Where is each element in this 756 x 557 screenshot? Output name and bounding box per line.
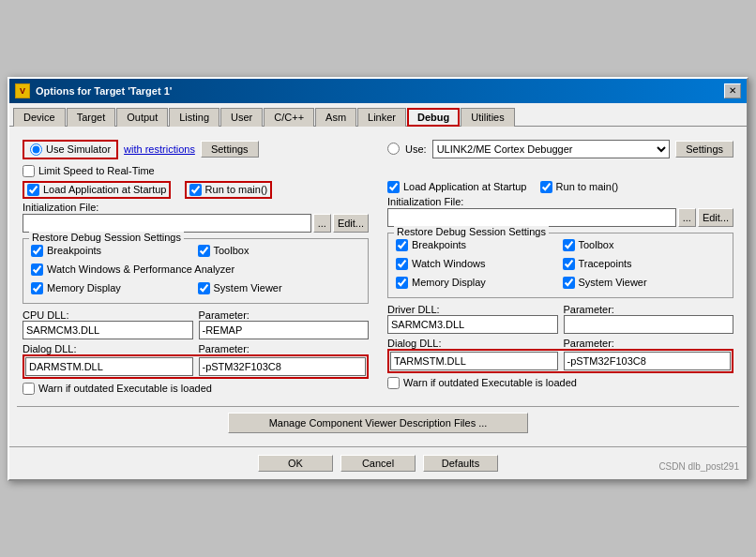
manage-btn-row: Manage Component Viewer Description File… — [17, 413, 739, 433]
watch-windows-row-right: Watch Windows — [396, 258, 559, 270]
tab-cpp[interactable]: C/C++ — [264, 108, 314, 127]
tracepoints-checkbox[interactable] — [563, 258, 575, 270]
dialog-dll-input-left[interactable] — [25, 357, 193, 376]
init-file-browse-button[interactable]: ... — [313, 214, 331, 233]
warn-checkbox-right[interactable] — [387, 377, 400, 389]
run-to-main-checkbox[interactable] — [189, 184, 202, 196]
driver-param-input[interactable] — [564, 315, 734, 334]
simulator-label: Use Simulator — [46, 143, 111, 155]
dialog-dll-labels-right: Dialog DLL: Parameter: — [387, 338, 733, 349]
init-file-input[interactable] — [23, 214, 311, 233]
watch-windows-checkbox-right[interactable] — [396, 258, 408, 270]
run-to-main-checkbox-right[interactable] — [540, 181, 552, 193]
dialog-param-input-right[interactable] — [564, 352, 732, 370]
watermark: CSDN dlb_post291 — [658, 461, 739, 472]
driver-dll-input[interactable] — [387, 315, 558, 334]
options-dialog: V Options for Target 'Target 1' ✕ Device… — [8, 77, 748, 481]
init-file-input-row: ... Edit... — [23, 214, 369, 233]
toolbox-row: Toolbox — [198, 245, 361, 257]
cpu-dll-label: CPU DLL: — [23, 309, 193, 321]
tab-debug[interactable]: Debug — [407, 108, 460, 127]
cpu-dll-input[interactable] — [23, 321, 193, 339]
tab-device[interactable]: Device — [13, 108, 66, 127]
restore-label-left: Restore Debug Session Settings — [29, 232, 184, 243]
cpu-dll-inputs — [23, 321, 369, 339]
load-app-label: Load Application at Startup — [43, 184, 166, 195]
bottom-bar: OK Cancel Defaults — [9, 446, 747, 479]
load-app-row-right: Load Application at Startup Run to main(… — [387, 181, 733, 193]
simulator-radio[interactable] — [30, 143, 42, 156]
warn-label-right: Warn if outdated Executable is loaded — [403, 377, 577, 388]
watch-windows-checkbox[interactable] — [31, 263, 43, 276]
tab-output[interactable]: Output — [116, 108, 168, 127]
driver-param-label: Parameter: — [564, 304, 734, 315]
load-app-highlight: Load Application at Startup — [23, 181, 171, 199]
with-restrictions-link[interactable]: with restrictions — [124, 143, 195, 155]
close-button[interactable]: ✕ — [724, 83, 741, 98]
run-to-main-label: Run to main() — [205, 184, 268, 195]
warn-checkbox-left[interactable] — [23, 383, 35, 395]
memory-display-row-right: Memory Display — [396, 277, 559, 289]
init-file-row: Initialization File: ... Edit... — [23, 202, 369, 233]
ok-button[interactable]: OK — [258, 455, 333, 472]
load-app-checkbox[interactable] — [27, 184, 39, 196]
simulator-settings-button[interactable]: Settings — [201, 141, 259, 158]
dialog-dll-labels-left: Dialog DLL: Parameter: — [23, 343, 369, 354]
init-file-edit-button[interactable]: Edit... — [333, 214, 369, 233]
manage-button[interactable]: Manage Component Viewer Description File… — [228, 413, 528, 433]
dialog-dll-label-right: Dialog DLL: — [387, 338, 558, 349]
dialog-param-label-right: Parameter: — [564, 338, 734, 349]
tab-utilities[interactable]: Utilities — [461, 108, 514, 127]
limit-speed-row: Limit Speed to Real-Time — [23, 165, 369, 177]
restore-group-left: Restore Debug Session Settings Breakpoin… — [23, 238, 369, 304]
left-panel: Use Simulator with restrictions Settings… — [17, 134, 374, 400]
dialog-param-input-left[interactable] — [199, 357, 367, 376]
use-select[interactable]: ULINK2/ME Cortex Debugger — [432, 140, 671, 158]
tab-user[interactable]: User — [220, 108, 263, 127]
toolbox-checkbox[interactable] — [198, 245, 210, 257]
tab-asm[interactable]: Asm — [315, 108, 356, 127]
init-file-row-right: Initialization File: ... Edit... — [387, 196, 733, 227]
use-settings-button[interactable]: Settings — [675, 141, 733, 158]
tab-listing[interactable]: Listing — [169, 108, 219, 127]
watch-windows-row: Watch Windows & Performance Analyzer — [31, 263, 360, 276]
limit-speed-checkbox[interactable] — [23, 165, 35, 177]
toolbox-label-right: Toolbox — [579, 239, 614, 250]
memory-display-checkbox-right[interactable] — [396, 277, 408, 289]
breakpoints-checkbox[interactable] — [31, 245, 43, 257]
init-file-browse-button-right[interactable]: ... — [678, 208, 696, 227]
run-to-main-label-right: Run to main() — [556, 181, 619, 192]
memory-display-checkbox[interactable] — [31, 282, 43, 294]
watch-windows-label: Watch Windows & Performance Analyzer — [47, 263, 234, 275]
cpu-param-input[interactable] — [199, 321, 370, 339]
breakpoints-row: Breakpoints — [31, 245, 194, 257]
cancel-button[interactable]: Cancel — [340, 455, 416, 472]
init-file-input-right[interactable] — [387, 208, 676, 227]
defaults-button[interactable]: Defaults — [423, 455, 498, 472]
use-radio[interactable] — [387, 143, 400, 155]
two-col-layout: Use Simulator with restrictions Settings… — [17, 134, 739, 400]
tracepoints-row: Tracepoints — [563, 258, 726, 270]
use-row: Use: ULINK2/ME Cortex Debugger Settings — [387, 140, 733, 158]
dialog-dll-inputs-right — [387, 349, 733, 373]
cpu-dll-labels: CPU DLL: Parameter: — [23, 309, 369, 321]
load-app-checkbox-right[interactable] — [387, 181, 400, 193]
restore-group-right: Restore Debug Session Settings Breakpoin… — [387, 233, 733, 298]
system-viewer-checkbox-right[interactable] — [563, 277, 575, 289]
tab-bar: Device Target Output Listing User C/C++ … — [9, 103, 747, 127]
bottom-wrapper: OK Cancel Defaults CSDN dlb_post291 — [9, 446, 747, 479]
tab-target[interactable]: Target — [67, 108, 116, 127]
run-to-main-highlight: Run to main() — [185, 181, 273, 199]
tab-linker[interactable]: Linker — [357, 108, 406, 127]
breakpoints-checkbox-right[interactable] — [396, 239, 408, 251]
dialog-dll-label-left: Dialog DLL: — [23, 343, 193, 354]
title-bar: V Options for Target 'Target 1' ✕ — [9, 79, 747, 103]
load-app-label-right: Load Application at Startup — [403, 181, 526, 192]
init-file-edit-button-right[interactable]: Edit... — [698, 208, 733, 227]
toolbox-row-right: Toolbox — [563, 239, 726, 251]
dialog-dll-input-right[interactable] — [390, 352, 558, 370]
divider — [17, 406, 739, 407]
system-viewer-checkbox[interactable] — [198, 282, 210, 294]
toolbox-checkbox-right[interactable] — [563, 239, 575, 251]
simulator-row: Use Simulator with restrictions Settings — [23, 140, 369, 159]
